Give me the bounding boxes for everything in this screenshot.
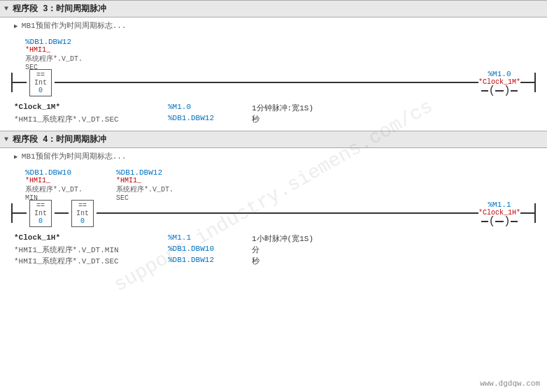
hline-4b <box>55 212 69 214</box>
right-rail-4 <box>534 203 536 223</box>
section4-header[interactable]: ▼ 程序段 4：时间周期脉冲 <box>0 131 547 148</box>
section4-var2-sys: 系统程序*.V_DT. <box>116 184 173 194</box>
paren-right-4: ) <box>504 217 511 226</box>
section4-info-hmi1: *HMI1_系统程序*.V_DT.MIN <box>14 245 168 255</box>
hline-4f <box>520 212 534 214</box>
section3-var1-db: %DB1.DBW12 <box>25 38 71 46</box>
section3-header[interactable]: ▼ 程序段 3：时间周期脉冲 <box>0 0 547 17</box>
section3-info-hmi: *HMI1_系统程序*.V_DT.SEC <box>14 114 168 124</box>
section4-mb1[interactable]: MB1预留作为时间周期标志... <box>0 148 547 164</box>
section3-ladder: %DB1.DBW12 *HMI1_ 系统程序*.V_DT. SEC == Int… <box>0 34 547 99</box>
section3-title: 程序段 3：时间周期脉冲 <box>13 3 106 15</box>
url-label: www.dgdqw.com <box>480 379 540 388</box>
section4-info-desc1: 1小时脉冲(宽1S) <box>252 233 313 244</box>
hline-4e <box>511 221 518 222</box>
paren-inner-3 <box>495 90 504 92</box>
section4-contact2: == Int 0 <box>71 200 94 227</box>
section3-info-addr1: %M1.0 <box>168 103 252 113</box>
section3-info-name: *Clock_1M* <box>14 103 168 113</box>
section4-coil-addr: %M1.1 <box>488 201 511 209</box>
paren-inner-4 <box>495 221 504 222</box>
section3-info: *Clock_1M* %M1.0 1分钟脉冲:宽1S) *HMI1_系统程序*.… <box>0 99 547 131</box>
paren-left-3: ( <box>488 86 495 96</box>
section4-coil-group: %M1.1 *Clock_1H* ( ) <box>478 201 520 226</box>
section4-var2-db: %DB1.DBW12 <box>116 168 162 177</box>
hline-3c <box>481 90 488 92</box>
section4-info-addr3: %DB1.DBW12 <box>168 256 252 266</box>
hline-4c <box>97 212 478 214</box>
section3-var1-sys: 系统程序*.V_DT. <box>25 54 83 64</box>
hline-3b <box>55 82 478 83</box>
right-rail-3 <box>534 73 536 92</box>
section3-var1-hmi: *HMI1_ <box>25 46 50 54</box>
section4-var2-hmi: *HMI1_ <box>116 177 141 184</box>
section3-coil-group: %M1.0 *Clock_1M* ( ) <box>478 70 520 96</box>
paren-left-4: ( <box>488 217 495 226</box>
section4-var1-sys: 系统程序*.V_DT. <box>25 184 83 194</box>
hline-4a <box>13 212 27 214</box>
section3-info-desc1: 1分钟脉冲:宽1S) <box>252 103 313 113</box>
section4-info-name: *Clock_1H* <box>14 233 168 244</box>
section4-info-addr1: %M1.1 <box>168 233 252 244</box>
section3-info-row2: *HMI1_系统程序*.V_DT.SEC %DB1.DBW12 秒 <box>14 114 533 124</box>
section3-info-unit1: 秒 <box>252 114 260 124</box>
section3-info-row1: *Clock_1M* %M1.0 1分钟脉冲:宽1S) <box>14 103 533 113</box>
paren-right-3: ) <box>504 86 511 96</box>
section3-coil-addr: %M1.0 <box>488 70 511 78</box>
section4-var1-block: %DB1.DBW10 *HMI1_ 系统程序*.V_DT. MIN <box>25 168 83 202</box>
section4-info-unit2: 秒 <box>252 256 260 266</box>
hline-4d <box>481 221 488 222</box>
section4-coil-sym: ( ) <box>481 217 517 226</box>
section4-info-hmi2: *HMI1_系统程序*.V_DT.SEC <box>14 256 168 266</box>
hline-3d <box>511 90 518 92</box>
section4-ladder: %DB1.DBW10 *HMI1_ 系统程序*.V_DT. MIN %DB1.D… <box>0 164 547 230</box>
section3-coil-sym: ( ) <box>481 86 517 96</box>
section4-var2-block: %DB1.DBW12 *HMI1_ 系统程序*.V_DT. SEC <box>116 168 173 202</box>
section3-var1-block: %DB1.DBW12 *HMI1_ 系统程序*.V_DT. SEC <box>25 38 83 71</box>
section4-info-addr2: %DB1.DBW10 <box>168 245 252 255</box>
section4-title: 程序段 4：时间周期脉冲 <box>13 133 106 145</box>
section4-info-row3: *HMI1_系统程序*.V_DT.SEC %DB1.DBW12 秒 <box>14 256 533 266</box>
section4-contact1: == Int 0 <box>29 200 52 227</box>
hline-3a <box>13 82 27 83</box>
section4-info: *Clock_1H* %M1.1 1小时脉冲(宽1S) *HMI1_系统程序*.… <box>0 230 547 273</box>
section4-info-row2: *HMI1_系统程序*.V_DT.MIN %DB1.DBW10 分 <box>14 245 533 255</box>
section4-arrow: ▼ <box>4 136 8 143</box>
section4-var2-unit: SEC <box>116 194 129 202</box>
section4-var1-db: %DB1.DBW10 <box>25 168 71 177</box>
section4-info-unit1: 分 <box>252 245 260 255</box>
section3-mb1[interactable]: MB1预留作为时间周期标志... <box>0 17 547 34</box>
section4-info-row1: *Clock_1H* %M1.1 1小时脉冲(宽1S) <box>14 233 533 244</box>
section3-info-addr2: %DB1.DBW12 <box>168 114 252 124</box>
section3-coil-name: *Clock_1M* <box>478 78 520 86</box>
section4-var1-hmi: *HMI1_ <box>25 177 50 184</box>
section3-contact: == Int 0 <box>29 69 52 96</box>
hline-3e <box>520 82 534 83</box>
section3-arrow: ▼ <box>4 5 8 13</box>
section4-coil-name: *Clock_1H* <box>478 209 520 217</box>
